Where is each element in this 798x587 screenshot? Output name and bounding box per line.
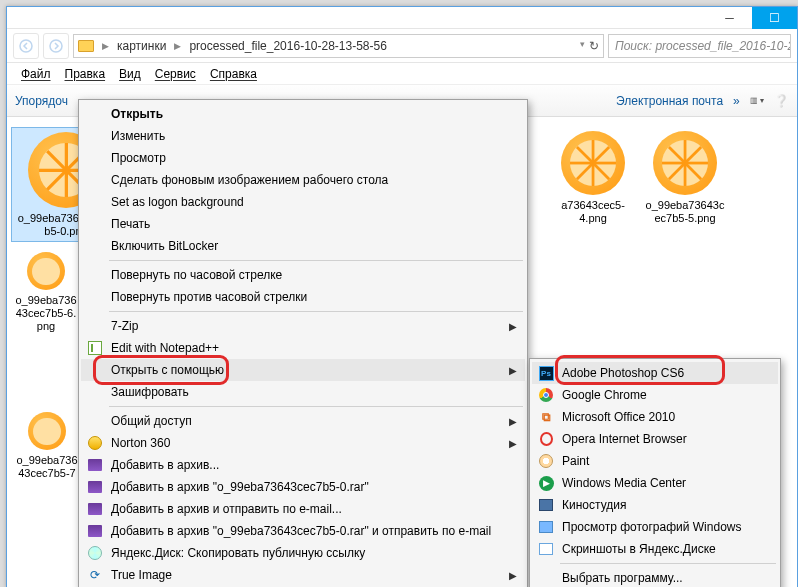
ctx-trueimage[interactable]: ⟳True Image▶ [81, 564, 525, 586]
refresh-icon[interactable]: ↻ [589, 39, 599, 53]
context-menu: Открыть Изменить Просмотр Сделать фоновы… [78, 99, 528, 587]
search-input[interactable]: Поиск: processed_file_2016-10-28- [608, 34, 791, 58]
ctx-edit[interactable]: Изменить [81, 125, 525, 147]
file-thumbnail[interactable]: o_99eba73643cec7b5-6.png [11, 248, 81, 336]
view-options-icon[interactable]: ▥ ▾ [750, 96, 764, 105]
titlebar: ─ ☐ [7, 7, 797, 29]
app-photos[interactable]: Просмотр фотографий Windows [532, 516, 778, 538]
ctx-wallpaper[interactable]: Сделать фоновым изображением рабочего ст… [81, 169, 525, 191]
chevron-icon[interactable]: » [733, 94, 740, 108]
breadcrumb[interactable]: processed_file_2016-10-28-13-58-56 [189, 39, 386, 53]
ctx-encrypt[interactable]: Зашифровать [81, 381, 525, 403]
trueimage-icon: ⟳ [87, 567, 103, 583]
orange-icon [561, 131, 625, 195]
svg-line-8 [47, 170, 66, 189]
ctx-yadisk[interactable]: Яндекс.Диск: Скопировать публичную ссылк… [81, 542, 525, 564]
svg-line-22 [669, 147, 685, 163]
paint-icon [538, 453, 554, 469]
ctx-open[interactable]: Открыть [81, 103, 525, 125]
svg-point-0 [20, 40, 32, 52]
chevron-right-icon: ▶ [172, 41, 183, 51]
breadcrumb[interactable]: картинки [117, 39, 166, 53]
app-screenshots[interactable]: Скриншоты в Яндекс.Диске [532, 538, 778, 560]
chevron-right-icon: ▶ [509, 570, 517, 581]
menu-service[interactable]: Сервис [155, 67, 196, 81]
orange-icon [653, 131, 717, 195]
file-thumbnail[interactable]: o_99eba73643cec7b5-5.png [639, 127, 731, 242]
ctx-print[interactable]: Печать [81, 213, 525, 235]
ctx-7zip[interactable]: 7-Zip▶ [81, 315, 525, 337]
app-chrome[interactable]: Google Chrome [532, 384, 778, 406]
file-thumbnail[interactable]: o_99eba73643cec7b5-7 [11, 408, 83, 483]
ctx-rotate-cw[interactable]: Повернуть по часовой стрелке [81, 264, 525, 286]
navbar: ▶ картинки ▶ processed_file_2016-10-28-1… [7, 29, 797, 63]
chrome-icon [538, 387, 554, 403]
file-thumbnail[interactable]: a73643cec5-4.png [553, 127, 633, 242]
app-paint[interactable]: Paint [532, 450, 778, 472]
ctx-archive-email[interactable]: Добавить в архив и отправить по e-mail..… [81, 498, 525, 520]
orange-icon [28, 412, 66, 450]
winrar-icon [87, 501, 103, 517]
address-bar[interactable]: ▶ картинки ▶ processed_file_2016-10-28-1… [73, 34, 604, 58]
help-icon[interactable]: ❔ [774, 94, 789, 108]
svg-line-14 [577, 147, 593, 163]
ctx-norton[interactable]: Norton 360▶ [81, 432, 525, 454]
forward-button[interactable] [43, 33, 69, 59]
chevron-right-icon: ▶ [509, 365, 517, 376]
svg-point-1 [50, 40, 62, 52]
ctx-bitlocker[interactable]: Включить BitLocker [81, 235, 525, 257]
yandex-disk-icon [87, 545, 103, 561]
svg-line-24 [669, 163, 685, 179]
chevron-right-icon: ▶ [509, 438, 517, 449]
ctx-archive[interactable]: Добавить в архив... [81, 454, 525, 476]
ctx-archive-named-email[interactable]: Добавить в архив "o_99eba73643cec7b5-0.r… [81, 520, 525, 542]
back-button[interactable] [13, 33, 39, 59]
svg-line-23 [685, 147, 701, 163]
chevron-right-icon: ▶ [509, 416, 517, 427]
minimize-button[interactable]: ─ [707, 7, 752, 29]
folder-icon [78, 40, 94, 52]
app-opera[interactable]: Opera Internet Browser [532, 428, 778, 450]
ctx-rotate-ccw[interactable]: Повернуть против часовой стрелки [81, 286, 525, 308]
file-label: o_99eba73643cec7b5-6.png [15, 294, 77, 332]
svg-line-16 [577, 163, 593, 179]
svg-line-6 [47, 151, 66, 170]
photos-icon [538, 519, 554, 535]
app-choose[interactable]: Выбрать программу... [532, 567, 778, 587]
menu-help[interactable]: Справка [210, 67, 257, 81]
ctx-archive-named[interactable]: Добавить в архив "o_99eba73643cec7b5-0.r… [81, 476, 525, 498]
winrar-icon [87, 479, 103, 495]
chevron-down-icon[interactable]: ▾ [578, 39, 587, 53]
chevron-right-icon: ▶ [100, 41, 111, 51]
orange-icon [27, 252, 65, 290]
email-button[interactable]: Электронная почта [616, 94, 723, 108]
menu-bar: Файл Правка Вид Сервис Справка [7, 63, 797, 85]
menu-file[interactable]: Файл [21, 67, 51, 81]
maximize-button[interactable]: ☐ [752, 7, 797, 29]
app-wmc[interactable]: ▶Windows Media Center [532, 472, 778, 494]
notepad-icon [87, 340, 103, 356]
svg-line-15 [593, 147, 609, 163]
menu-view[interactable]: Вид [119, 67, 141, 81]
app-kino[interactable]: Киностудия [532, 494, 778, 516]
ctx-share[interactable]: Общий доступ▶ [81, 410, 525, 432]
ctx-preview[interactable]: Просмотр [81, 147, 525, 169]
file-label: a73643cec5-4.png [557, 199, 629, 224]
office-icon: ⧉ [538, 409, 554, 425]
ctx-logon[interactable]: Set as logon background [81, 191, 525, 213]
winrar-icon [87, 523, 103, 539]
menu-edit[interactable]: Правка [65, 67, 106, 81]
chevron-right-icon: ▶ [509, 321, 517, 332]
svg-line-25 [685, 163, 701, 179]
open-with-submenu: PsAdobe Photoshop CS6 Google Chrome ⧉Mic… [529, 358, 781, 587]
organize-button[interactable]: Упорядоч [15, 94, 68, 108]
svg-line-17 [593, 163, 609, 179]
ctx-notepad[interactable]: Edit with Notepad++ [81, 337, 525, 359]
file-label: o_99eba73643cec7b5-5.png [643, 199, 727, 224]
wmc-icon: ▶ [538, 475, 554, 491]
ctx-open-with[interactable]: Открыть с помощью▶ [81, 359, 525, 381]
app-mso[interactable]: ⧉Microsoft Office 2010 [532, 406, 778, 428]
photoshop-icon: Ps [538, 365, 554, 381]
app-photoshop[interactable]: PsAdobe Photoshop CS6 [532, 362, 778, 384]
winrar-icon [87, 457, 103, 473]
